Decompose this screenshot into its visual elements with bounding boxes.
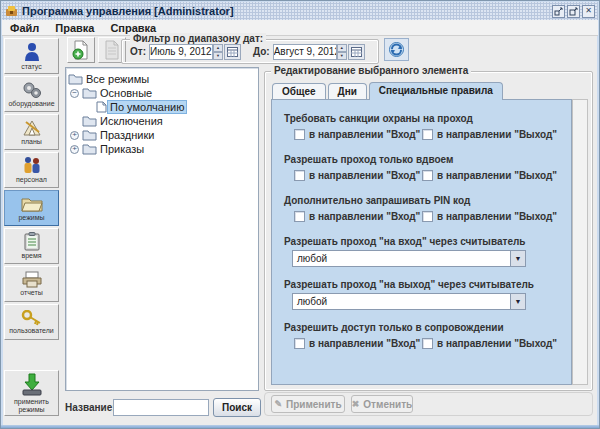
- add-item-button[interactable]: [67, 37, 95, 63]
- checkbox-label: в направлении "Выход": [437, 211, 557, 222]
- tree-root[interactable]: Все режимы: [68, 72, 256, 86]
- entry-reader-combobox[interactable]: любой ▼: [292, 250, 526, 267]
- checkbox-icon[interactable]: [422, 170, 433, 181]
- combobox-value: любой: [293, 296, 510, 307]
- chevron-down-icon[interactable]: ▼: [510, 251, 525, 266]
- sidebar-item-label: время: [21, 252, 41, 259]
- name-input[interactable]: [113, 399, 209, 416]
- tree-item-holidays[interactable]: + Праздники: [70, 128, 256, 142]
- tree-item-label[interactable]: Приказы: [97, 143, 147, 155]
- maximize-button[interactable]: [567, 5, 580, 18]
- sidebar-item-reports[interactable]: отчеты: [4, 266, 59, 302]
- menu-file[interactable]: Файл: [2, 21, 47, 35]
- checkbox-icon[interactable]: [294, 129, 305, 140]
- sidebar: статус оборудование планы персонал режим…: [4, 38, 62, 424]
- checkbox-label: в направлении "Вход": [309, 211, 420, 222]
- combobox-value: любой: [293, 253, 510, 264]
- person-icon: [23, 42, 41, 62]
- tree-item-label[interactable]: Основные: [97, 87, 155, 99]
- checkbox-escort-in[interactable]: в направлении "Вход": [294, 338, 422, 349]
- app-icon: [5, 5, 18, 17]
- editor-tabs: Общее Дни Специальные правила: [272, 82, 505, 99]
- checkbox-guard-out[interactable]: в направлении "Выход": [422, 129, 557, 140]
- sidebar-item-users[interactable]: пользователи: [4, 304, 59, 340]
- from-date-spinner[interactable]: ▲ ▼: [213, 44, 223, 60]
- tab-general[interactable]: Общее: [272, 83, 326, 99]
- spinner-down-icon[interactable]: ▼: [337, 52, 347, 60]
- sidebar-item-personnel[interactable]: персонал: [4, 152, 59, 188]
- checkbox-label: в направлении "Вход": [309, 338, 420, 349]
- tree-root-label[interactable]: Все режимы: [83, 73, 152, 85]
- date-filter-title: Фильтр по диапазону дат:: [130, 33, 266, 44]
- tree-item-default[interactable]: По умолчанию: [96, 100, 256, 114]
- people-icon: [22, 156, 42, 175]
- to-date-spinner[interactable]: ▲ ▼: [337, 44, 347, 60]
- vertical-scrollbar[interactable]: [572, 99, 588, 385]
- sidebar-item-label: персонал: [16, 176, 47, 183]
- apply-modes-button[interactable]: применить режимы: [4, 370, 59, 416]
- new-document-icon: [72, 40, 90, 60]
- tree-item-label-selected[interactable]: По умолчанию: [107, 100, 187, 114]
- tree-item-exceptions[interactable]: Исключения: [82, 114, 256, 128]
- checkbox-icon[interactable]: [294, 211, 305, 222]
- rule-pin-code: Дополнительно запрашивать PIN код в напр…: [272, 195, 571, 224]
- toggle-collapsed-icon[interactable]: +: [70, 145, 79, 154]
- toggle-expanded-icon[interactable]: −: [70, 89, 79, 98]
- checkbox-label: в направлении "Вход": [309, 129, 420, 140]
- tab-days[interactable]: Дни: [328, 83, 367, 99]
- folder-icon: [82, 129, 97, 141]
- to-calendar-button[interactable]: [348, 44, 365, 60]
- search-button[interactable]: Поиск: [213, 398, 261, 417]
- spinner-up-icon[interactable]: ▲: [213, 44, 223, 52]
- toggle-collapsed-icon[interactable]: +: [70, 131, 79, 140]
- close-icon[interactable]: ✕: [582, 5, 595, 18]
- spinner-up-icon[interactable]: ▲: [337, 44, 347, 52]
- date-filter-group: Фильтр по диапазону дат: От: Июль 9, 201…: [121, 39, 379, 64]
- calendar-icon: [227, 47, 238, 57]
- checkbox-icon[interactable]: [294, 338, 305, 349]
- apply-button-label: Применить: [286, 399, 342, 410]
- from-date-field[interactable]: Июль 9, 2012: [149, 44, 213, 60]
- keys-icon: [21, 310, 43, 326]
- rule-title: Разрешать проход "на вход" через считыва…: [284, 236, 571, 247]
- sidebar-item-plans[interactable]: планы: [4, 114, 59, 150]
- menu-edit[interactable]: Правка: [47, 21, 102, 35]
- checkbox-icon[interactable]: [294, 170, 305, 181]
- sidebar-item-modes[interactable]: режимы: [4, 190, 59, 226]
- name-label: Название:: [65, 402, 116, 413]
- from-label: От:: [130, 46, 146, 57]
- minimize-button[interactable]: [552, 5, 565, 18]
- refresh-button[interactable]: [384, 38, 409, 61]
- spinner-down-icon[interactable]: ▼: [213, 52, 223, 60]
- sidebar-item-label: статус: [21, 63, 42, 70]
- tree-item-orders[interactable]: + Приказы: [70, 142, 256, 156]
- printer-icon: [22, 271, 42, 288]
- menu-bar: Файл Правка Справка: [2, 20, 598, 36]
- sidebar-item-equipment[interactable]: оборудование: [4, 76, 59, 112]
- from-calendar-button[interactable]: [224, 44, 241, 60]
- sidebar-item-time[interactable]: время: [4, 228, 59, 264]
- checkbox-label: в направлении "Выход": [437, 338, 557, 349]
- checkbox-two-person-out[interactable]: в направлении "Выход": [422, 170, 557, 181]
- checkbox-guard-in[interactable]: в направлении "Вход": [294, 129, 422, 140]
- sidebar-item-status[interactable]: статус: [4, 38, 59, 74]
- sidebar-item-label: пользователи: [9, 327, 53, 334]
- tree-item-label[interactable]: Исключения: [97, 115, 166, 127]
- checkbox-icon[interactable]: [422, 129, 433, 140]
- to-date-field[interactable]: Август 9, 2012: [273, 44, 337, 60]
- tree-item-main[interactable]: − Основные: [70, 86, 256, 100]
- checkbox-pin-out[interactable]: в направлении "Выход": [422, 211, 557, 222]
- checkbox-pin-in[interactable]: в направлении "Вход": [294, 211, 422, 222]
- tree-item-label[interactable]: Праздники: [97, 129, 157, 141]
- checkbox-icon[interactable]: [422, 338, 433, 349]
- cancel-button[interactable]: ✖ Отменить: [351, 395, 413, 413]
- checkbox-two-person-in[interactable]: в направлении "Вход": [294, 170, 422, 181]
- chevron-down-icon[interactable]: ▼: [510, 294, 525, 309]
- checkbox-icon[interactable]: [422, 211, 433, 222]
- checkbox-escort-out[interactable]: в направлении "Выход": [422, 338, 557, 349]
- window-title: Программа управления [Administrator]: [22, 5, 550, 17]
- tab-special-rules[interactable]: Специальные правила: [369, 82, 503, 100]
- apply-button[interactable]: ✎ Применить: [271, 395, 345, 413]
- checkbox-label: в направлении "Вход": [309, 170, 420, 181]
- exit-reader-combobox[interactable]: любой ▼: [292, 293, 526, 310]
